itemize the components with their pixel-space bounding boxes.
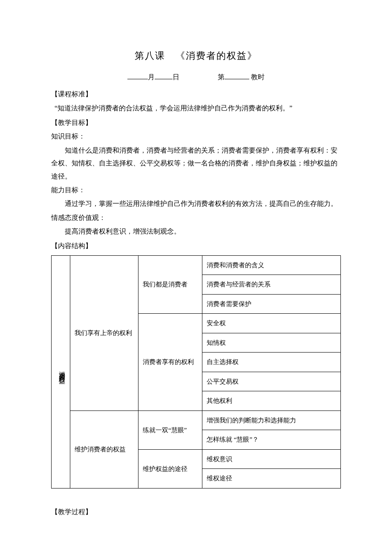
table-row: 消费者的权益 我们享有上帝的权利 我们都是消费者 消费和消费者的含义 [52,255,341,275]
structure-head: 【内容结构】 [51,240,341,252]
item-cell: 消费者需要保护 [202,294,341,314]
page-title: 第八课 《消费者的权益》 [51,47,341,65]
standard-body: “知道法律保护消费者的合法权益，学会运用法律维护自己作为消费者的权利。” [55,102,341,115]
subsection-cell: 维护权益的途径 [138,449,202,488]
item-cell: 消费者与经营者的关系 [202,275,341,295]
ability-body: 通过学习，掌握一些运用法律维护自己作为消费者权利的有效方法，提高自己的生存能力。 [51,197,341,210]
attitude-body: 提高消费者权利意识，增强法制观念。 [51,225,341,238]
period-blank[interactable] [225,72,249,79]
subsection-cell: 我们都是消费者 [138,255,202,314]
section-cell: 维护消费者的权益 [70,410,138,488]
standard-head: 【课程标准】 [51,88,341,101]
month-label: 月 [148,73,155,81]
knowledge-label: 知识目标： [51,130,341,143]
root-cell: 消费者的权益 [52,255,70,488]
subsection-cell: 练就一双“慧眼” [138,410,202,449]
table-row: 维护消费者的权益 练就一双“慧眼” 增强我们的判断能力和选择能力 [52,410,341,430]
structure-table: 消费者的权益 我们享有上帝的权利 我们都是消费者 消费和消费者的含义 消费者与经… [51,255,341,489]
day-label: 日 [173,73,179,81]
subsection-cell: 消费者享有的权利 [138,314,202,411]
month-blank[interactable] [127,72,148,79]
attitude-label: 情感态度价值观： [51,211,341,224]
section-cell: 我们享有上帝的权利 [70,255,138,410]
day-blank[interactable] [155,72,173,79]
item-cell: 自主选择权 [202,353,341,372]
item-cell: 维权途径 [202,469,341,489]
item-cell: 其他权利 [202,391,341,411]
item-cell: 知情权 [202,333,341,353]
process-head: 【教学过程】 [51,506,341,518]
item-cell: 怎样练就 “慧眼”？ [202,430,341,450]
knowledge-body: 知道什么是消费和消费者，消费者与经营者的关系；消费者需要保护，消费者享有权利：安… [51,144,341,183]
ability-label: 能力目标： [51,184,341,197]
date-line: 月日第 教时 [51,71,341,84]
item-cell: 安全权 [202,314,341,333]
item-cell: 公平交易权 [202,372,341,391]
ordinal-prefix: 第 [218,73,225,81]
goal-head: 【教学目标】 [51,116,341,129]
period-label: 教时 [251,73,265,81]
item-cell: 增强我们的判断能力和选择能力 [202,410,341,430]
item-cell: 维权意识 [202,449,341,469]
item-cell: 消费和消费者的含义 [202,255,341,275]
